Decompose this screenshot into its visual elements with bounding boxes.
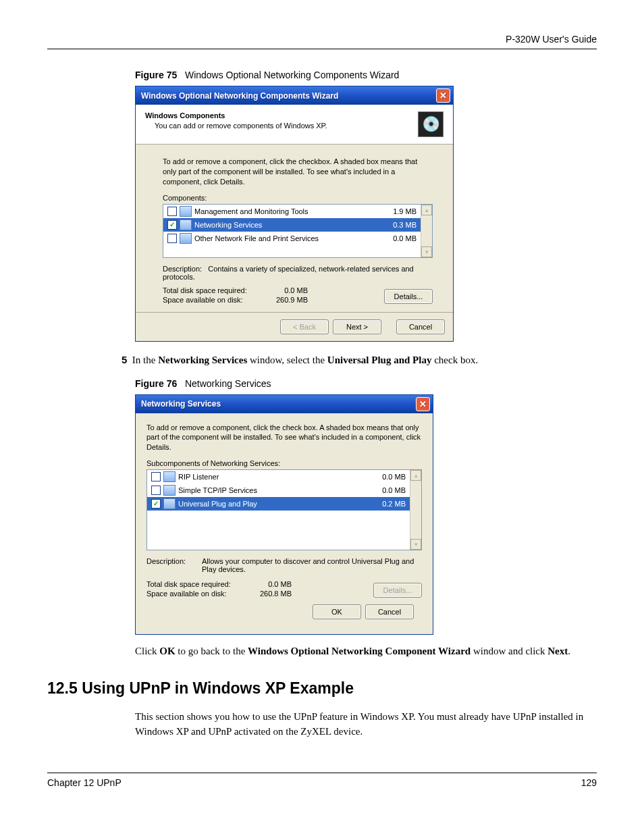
pa-b1: OK [159,646,175,656]
disk-required-label-fig75: Total disk space required: [163,286,271,294]
details-button-fig76[interactable]: Details... [373,583,422,598]
close-button-fig75[interactable]: ✕ [436,88,450,103]
next-button-fig75[interactable]: Next > [333,319,381,334]
figure-76-caption: Figure 76 Networking Services [135,378,590,389]
disk-required-value-fig75: 0.0 MB [271,286,308,294]
ok-button-fig76[interactable]: OK [313,604,361,619]
checkbox[interactable]: ✓ [151,499,161,509]
checkbox[interactable] [151,486,161,495]
component-size: 0.2 MB [382,500,406,508]
list-item[interactable]: Management and Monitoring Tools1.9 MB [163,205,421,218]
list-item[interactable]: Other Network File and Print Services0.0… [163,232,421,245]
description-row-fig75: Description: Contains a variety of speci… [163,265,433,281]
banner-sub-fig75: You can add or remove components of Wind… [155,122,327,130]
component-size: 0.0 MB [382,473,406,481]
component-icon [180,233,192,244]
step5-t3: check box. [431,355,478,365]
disk-available-label-fig76: Space available on disk: [146,590,254,598]
figure-76-text: Networking Services [185,378,271,389]
component-name: Other Network File and Print Services [194,234,319,242]
component-size: 1.9 MB [393,207,417,215]
component-name: Networking Services [194,221,262,229]
listbox-items-fig75: Management and Monitoring Tools1.9 MB✓Ne… [163,205,421,257]
pa-t3: window and click [471,646,547,656]
pa-t2: to go back to the [176,646,248,656]
details-button-fig75[interactable]: Details... [384,289,433,304]
close-button-fig76[interactable]: ✕ [416,397,430,411]
window-title-fig75: Windows Optional Networking Components W… [141,91,338,101]
component-name: Simple TCP/IP Services [178,486,257,494]
checkbox[interactable] [167,207,177,216]
subcomponents-listbox-fig76[interactable]: RIP Listener0.0 MBSimple TCP/IP Services… [146,469,422,550]
pa-b2: Windows Optional Networking Component Wi… [248,646,471,656]
list-item[interactable]: ✓Networking Services0.3 MB [163,218,421,232]
pa-t4: . [568,646,570,656]
disk-available-value-fig75: 260.9 MB [271,296,308,304]
pa-t1: Click [135,646,159,656]
dialog-window-fig76: Networking Services ✕ To add or remove a… [135,394,433,635]
page-footer: Chapter 12 UPnP 129 [47,773,597,788]
list-label-fig75: Components: [163,194,433,202]
wizard-window-fig75: Windows Optional Networking Components W… [135,86,454,342]
checkbox[interactable] [151,472,161,481]
disk-required-label-fig76: Total disk space required: [146,580,254,588]
scroll-up-icon[interactable]: ▴ [410,470,421,481]
figure-75-text: Windows Optional Networking Components W… [185,70,399,80]
component-name: Management and Monitoring Tools [194,207,308,215]
disk-required-value-fig76: 0.0 MB [254,580,292,588]
step-5-line: 5 In the Networking Services window, sel… [122,354,590,366]
instructions-fig75: To add or remove a component, click the … [163,157,433,187]
titlebar-fig76: Networking Services ✕ [136,395,433,413]
checkbox[interactable]: ✓ [167,220,177,230]
list-item[interactable]: Simple TCP/IP Services0.0 MB [147,484,410,497]
step-5-number: 5 [122,354,127,365]
component-size: 0.0 MB [393,234,417,242]
figure-76-label: Figure 76 [135,378,177,389]
instructions-fig76: To add or remove a component, click the … [146,423,422,453]
figure-75-label: Figure 75 [135,70,177,80]
button-row-fig75: < Back Next > Cancel [136,312,453,341]
cancel-button-fig76[interactable]: Cancel [365,604,414,619]
banner-heading-fig75: Windows Components [145,111,225,120]
footer-left: Chapter 12 UPnP [47,777,122,788]
component-icon [163,471,176,482]
scrollbar-fig75[interactable]: ▴ ▾ [421,205,432,257]
pa-b3: Next [547,646,568,656]
component-name: RIP Listener [178,473,219,481]
component-icon [180,206,192,217]
banner-fig75: Windows Components You can add or remove… [136,105,453,145]
list-label-fig76: Subcomponents of Networking Services: [146,459,422,467]
section-heading-12-5: 12.5 Using UPnP in Windows XP Example [47,679,597,698]
list-item[interactable]: ✓Universal Plug and Play0.2 MB [147,497,410,511]
scroll-down-icon[interactable]: ▾ [421,246,432,257]
back-button-fig75[interactable]: < Back [280,319,329,334]
checkbox[interactable] [167,234,177,243]
step5-b1: Networking Services [158,355,247,365]
scroll-down-icon[interactable]: ▾ [410,539,421,550]
button-row-fig76: OK Cancel [146,598,422,626]
components-listbox-fig75[interactable]: Management and Monitoring Tools1.9 MB✓Ne… [163,204,433,258]
listbox-items-fig76: RIP Listener0.0 MBSimple TCP/IP Services… [147,470,410,550]
list-item[interactable]: RIP Listener0.0 MB [147,470,410,484]
cd-icon: 💿 [418,111,444,137]
scroll-up-icon[interactable]: ▴ [421,205,432,215]
description-label-fig75: Description: [163,265,202,273]
scrollbar-fig76[interactable]: ▴ ▾ [410,470,421,550]
component-icon [180,219,192,230]
section-body: This section shows you how to use the UP… [135,710,590,739]
footer-right: 129 [581,777,597,788]
post-figure-paragraph: Click OK to go back to the Windows Optio… [135,644,590,659]
component-size: 0.3 MB [393,221,417,229]
titlebar-fig75: Windows Optional Networking Components W… [136,86,453,105]
disk-available-label-fig75: Space available on disk: [163,296,271,304]
component-name: Universal Plug and Play [178,500,257,508]
step5-t1: In the [132,355,158,365]
component-size: 0.0 MB [382,486,406,494]
cancel-button-fig75[interactable]: Cancel [396,319,445,334]
component-icon [163,498,176,509]
component-icon [163,485,176,496]
step5-t2: window, select the [247,355,327,365]
description-label-fig76: Description: [146,557,194,573]
header-rule [47,49,597,49]
window-title-fig76: Networking Services [141,399,221,409]
